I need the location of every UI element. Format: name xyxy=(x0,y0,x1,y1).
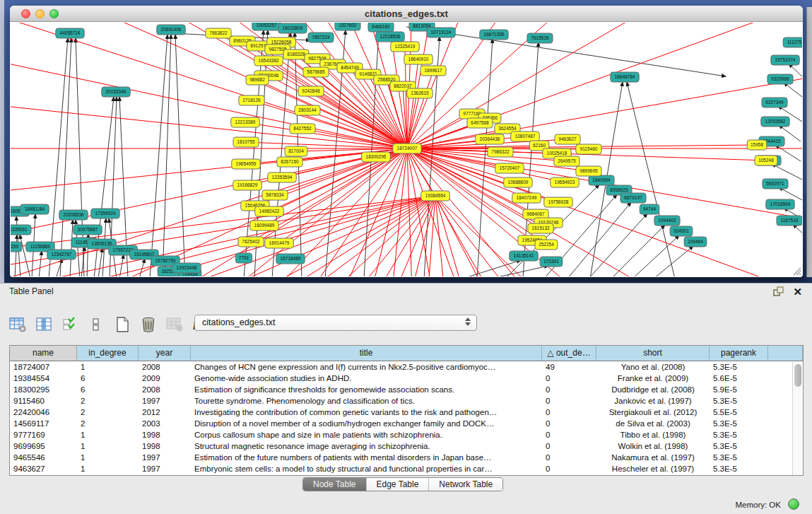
table-cell[interactable]: 5.3E-5 xyxy=(710,463,768,474)
table-cell[interactable]: 2012 xyxy=(139,407,191,418)
graph-node[interactable]: 19166829 xyxy=(233,180,261,190)
graph-node[interactable]: 15716485 xyxy=(276,254,305,264)
table-cell[interactable]: 14569117 xyxy=(10,418,77,429)
table-cell[interactable]: 0 xyxy=(542,407,596,418)
table-cell[interactable]: 5.3E-5 xyxy=(710,452,768,463)
graph-node[interactable]: 924501 xyxy=(670,226,693,236)
table-cell[interactable]: Embryonic stem cells: a model to study s… xyxy=(191,463,542,474)
table-cell[interactable]: 1998 xyxy=(139,429,191,440)
table-cell[interactable]: 1 xyxy=(77,463,139,474)
column-header-pagerank[interactable]: pagerank xyxy=(710,346,768,361)
column-header-year[interactable]: year xyxy=(139,346,191,361)
graph-node[interactable]: 9242848 xyxy=(298,86,324,96)
table-cell[interactable]: 18724007 xyxy=(10,361,77,373)
table-cell[interactable]: 5.3E-5 xyxy=(710,361,768,373)
table-cell[interactable]: 2 xyxy=(77,407,139,418)
graph-node[interactable]: 17359924 xyxy=(91,209,119,218)
close-panel-icon[interactable]: ✕ xyxy=(793,286,802,298)
table-cell[interactable]: 9463627 xyxy=(10,463,77,474)
graph-node[interactable]: 15958 xyxy=(747,140,767,150)
table-cell[interactable]: 22420046 xyxy=(10,407,77,418)
graph-node[interactable]: 8267150 xyxy=(277,157,302,167)
table-cell[interactable]: Tibbo et al. (1998) xyxy=(596,429,710,440)
table-cell[interactable]: Disruption of a novel member of a sodium… xyxy=(191,418,542,429)
graph-node[interactable]: 7625402 xyxy=(238,237,264,247)
table-vertical-scrollbar[interactable] xyxy=(792,362,803,476)
graph-node[interactable]: 1167533 xyxy=(777,216,802,226)
graph-node[interactable]: 7986322 xyxy=(488,147,513,157)
graph-node[interactable]: 12213389 xyxy=(231,117,259,127)
graph-node[interactable]: 1094402 xyxy=(654,216,680,226)
table-row[interactable]: 1456911722003Disruption of a novel membe… xyxy=(10,418,803,429)
graph-node[interactable]: 2718126 xyxy=(239,95,264,105)
graph-node[interactable]: 44055724 xyxy=(56,28,84,38)
graph-node[interactable]: 30975887 xyxy=(73,225,102,235)
table-cell[interactable]: 6 xyxy=(77,373,139,384)
graph-node[interactable]: 20364436 xyxy=(476,134,504,144)
table-cell[interactable]: 5.3E-5 xyxy=(710,440,768,452)
table-cell[interactable]: 0 xyxy=(542,395,596,407)
table-cell[interactable]: 5.9E-5 xyxy=(710,384,768,395)
table-row[interactable]: 1830029562008Estimation of significance … xyxy=(10,384,803,395)
graph-node[interactable]: 7615526 xyxy=(527,33,553,43)
graph-node[interactable]: 6679197 xyxy=(620,193,646,203)
graph-node[interactable]: 10688609 xyxy=(504,177,532,187)
graph-node[interactable]: 5692971 xyxy=(763,179,788,189)
attribute-table[interactable]: namein_degreeyeartitle△ out_de…shortpage… xyxy=(9,345,804,476)
table-cell[interactable]: 18300295 xyxy=(10,384,77,395)
network-view-window[interactable]: citations_edges.txt 18724007193845544405… xyxy=(10,6,803,277)
select-all-icon[interactable] xyxy=(59,314,81,335)
graph-node[interactable]: 173341 xyxy=(540,257,563,267)
window-resize-grip[interactable] xyxy=(792,266,801,276)
graph-node[interactable]: 8427552 xyxy=(290,124,315,134)
table-cell[interactable]: Tourette syndrome. Phenomenology and cla… xyxy=(191,395,542,407)
table-cell[interactable]: 5.3E-5 xyxy=(710,395,768,407)
table-cell[interactable]: 19384554 xyxy=(10,373,77,384)
graph-node[interactable]: 252254 xyxy=(535,240,558,250)
graph-node[interactable]: 9227349 xyxy=(762,98,787,107)
table-cell[interactable]: Structural magnetic resonance image aver… xyxy=(191,440,542,452)
graph-node[interactable]: 39159 xyxy=(11,242,22,252)
delete-trash-icon[interactable] xyxy=(138,314,159,335)
graph-node[interactable]: 5875685 xyxy=(303,67,329,77)
table-cell[interactable]: 1 xyxy=(77,361,139,373)
graph-node[interactable]: 15751074 xyxy=(771,55,799,65)
graph-node[interactable]: 10719124 xyxy=(427,28,455,37)
table-cell[interactable]: Stergiakouli et al. (2012) xyxy=(596,407,710,418)
table-cell[interactable]: Hescheler et al. (1997) xyxy=(596,463,710,474)
graph-node[interactable]: 15720407 xyxy=(495,163,524,173)
graph-node[interactable]: 6466160 xyxy=(368,23,394,32)
network-canvas-wrap[interactable]: 1872400719384554440557242069140610053257… xyxy=(11,23,802,276)
table-cell[interactable]: 2008 xyxy=(139,384,191,395)
table-header-row[interactable]: namein_degreeyeartitle△ out_de…shortpage… xyxy=(10,346,803,361)
table-cell[interactable]: Estimation of the future numbers of pati… xyxy=(191,452,542,463)
table-cell[interactable]: Yano et al. (2008) xyxy=(596,361,710,373)
table-cell[interactable]: 9465546 xyxy=(10,452,77,463)
graph-node[interactable]: 12923448 xyxy=(172,263,201,273)
graph-node[interactable]: 19384554 xyxy=(421,191,449,201)
tab-network-table[interactable]: Network Table xyxy=(429,478,502,491)
graph-node[interactable]: 12218506 xyxy=(376,32,404,42)
graph-node[interactable]: 2649575 xyxy=(554,156,579,166)
table-row[interactable]: 946554611997Estimation of the future num… xyxy=(10,452,803,463)
table-cell[interactable]: Investigating the contribution of common… xyxy=(191,407,542,418)
graph-node[interactable]: 19654955 xyxy=(232,159,260,169)
graph-node[interactable]: 17016504 xyxy=(766,199,794,209)
new-document-icon[interactable] xyxy=(112,314,133,335)
table-cell[interactable]: 0 xyxy=(542,384,596,395)
tab-node-table[interactable]: Node Table xyxy=(303,478,367,491)
window-titlebar[interactable]: citations_edges.txt xyxy=(10,6,803,22)
graph-node[interactable]: 10053257 xyxy=(252,23,281,30)
table-type-segmented-control[interactable]: Node TableEdge TableNetwork Table xyxy=(302,477,503,491)
table-cell[interactable]: 0 xyxy=(542,373,596,384)
graph-node[interactable]: 7857224 xyxy=(308,33,334,42)
graph-node[interactable]: 6497568 xyxy=(467,118,493,128)
table-cell[interactable]: 2 xyxy=(77,418,139,429)
table-cell[interactable]: 2008 xyxy=(139,361,191,373)
graph-node[interactable]: 9115460 xyxy=(576,144,601,154)
graph-node[interactable]: 12325419 xyxy=(391,42,419,52)
graph-node[interactable]: 1362615 xyxy=(407,88,433,98)
table-row[interactable]: 1938455462009Genome-wide association stu… xyxy=(10,373,803,384)
table-cell[interactable]: 9777169 xyxy=(10,429,77,440)
table-row[interactable]: 1872400712008Changes of HCN gene express… xyxy=(10,361,803,373)
